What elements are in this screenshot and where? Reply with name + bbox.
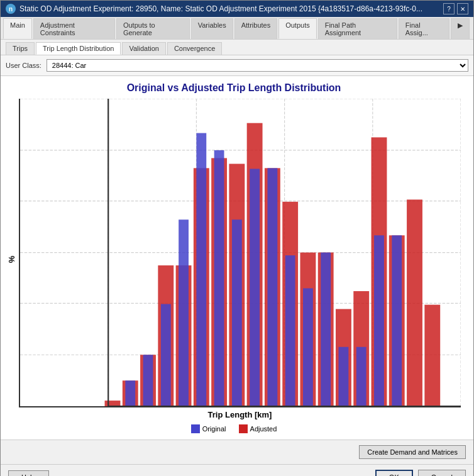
subtab-trips[interactable]: Trips (6, 42, 35, 55)
sub-tabs: Trips Trip Length Distribution Validatio… (1, 40, 473, 55)
tab-outputs-to-generate[interactable]: Outputs to Generate (116, 18, 190, 39)
bar-11-orig (303, 288, 313, 406)
subtab-trip-length-distribution[interactable]: Trip Length Distribution (36, 42, 121, 55)
app-icon: n (6, 4, 16, 14)
user-class-row: User Class: 28444: Car (1, 55, 473, 76)
cancel-button[interactable]: Cancel (418, 470, 466, 476)
subtab-validation[interactable]: Validation (122, 42, 166, 55)
original-label: Original (202, 425, 226, 433)
adjusted-swatch (239, 424, 248, 433)
close-button[interactable]: ✕ (457, 3, 468, 14)
tab-final-assig[interactable]: Final Assig... (399, 18, 449, 39)
chart-legend: Original Adjusted (7, 424, 461, 433)
footer: Help OK Cancel (1, 464, 473, 476)
chart-plot: 0 2 4 6 8 10 12 -5 0 5 10 15 20 (19, 99, 461, 407)
bar-18-adj (424, 305, 440, 407)
user-class-label: User Class: (6, 62, 41, 69)
y-axis-label: % (7, 99, 16, 419)
chart-inner: 0 2 4 6 8 10 12 -5 0 5 10 15 20 (19, 99, 461, 419)
bar-13-orig (339, 347, 349, 406)
bar-14-orig (356, 347, 367, 406)
tab-adjustment-constraints[interactable]: Adjustment Constraints (33, 18, 115, 39)
tab-main[interactable]: Main (3, 18, 32, 39)
main-tabs: Main Adjustment Constraints Outputs to G… (1, 17, 473, 40)
bar-3-orig (161, 304, 171, 406)
bottom-action-area: Create Demand and Matrices (1, 440, 473, 464)
bar-0-adj (105, 401, 121, 406)
title-buttons: ? ✕ (443, 3, 468, 14)
tab-outputs[interactable]: Outputs (278, 18, 317, 39)
bar-12-orig (321, 253, 331, 407)
bar-4-orig (179, 219, 189, 406)
bar-5-orig (196, 133, 206, 407)
bar-9-orig (267, 168, 277, 406)
bar-1-orig (125, 380, 135, 406)
title-bar: n Static OD Adjustment Experiment: 28950… (1, 1, 473, 17)
help-button[interactable]: ? (443, 3, 455, 14)
bar-8-orig (250, 169, 260, 406)
bar-2-orig (143, 355, 153, 406)
bar-10-orig (285, 255, 295, 406)
chart-area: Original vs Adjusted Trip Length Distrib… (1, 76, 473, 440)
tab-attributes[interactable]: Attributes (234, 18, 277, 39)
chart-container: % (7, 99, 461, 419)
main-window: n Static OD Adjustment Experiment: 28950… (0, 0, 474, 476)
legend-original: Original (191, 424, 226, 433)
bar-16-orig (392, 235, 402, 406)
original-swatch (191, 424, 200, 433)
help-footer-button[interactable]: Help (8, 470, 49, 476)
tab-final-path-assignment[interactable]: Final Path Assignment (318, 18, 397, 39)
bar-6-orig (214, 150, 224, 406)
window-title: Static OD Adjustment Experiment: 28950, … (19, 4, 422, 13)
bar-15-orig (374, 235, 384, 406)
bar-17-adj (407, 199, 422, 406)
x-axis-label: Trip Length [km] (19, 410, 461, 419)
title-bar-left: n Static OD Adjustment Experiment: 28950… (6, 4, 422, 14)
user-class-select[interactable]: 28444: Car (47, 59, 468, 72)
adjusted-label: Adjusted (250, 425, 277, 433)
ok-button[interactable]: OK (375, 470, 413, 476)
legend-adjusted: Adjusted (239, 424, 277, 433)
footer-right: OK Cancel (375, 470, 466, 476)
tab-variables[interactable]: Variables (191, 18, 233, 39)
chart-svg: 0 2 4 6 8 10 12 -5 0 5 10 15 20 (20, 99, 461, 406)
create-demand-button[interactable]: Create Demand and Matrices (359, 445, 466, 459)
subtab-convergence[interactable]: Convergence (167, 42, 222, 55)
tab-arrow[interactable]: ▶ (451, 18, 470, 39)
bar-7-orig (232, 219, 242, 406)
footer-left: Help (8, 470, 49, 476)
chart-title: Original vs Adjusted Trip Length Distrib… (7, 82, 461, 94)
